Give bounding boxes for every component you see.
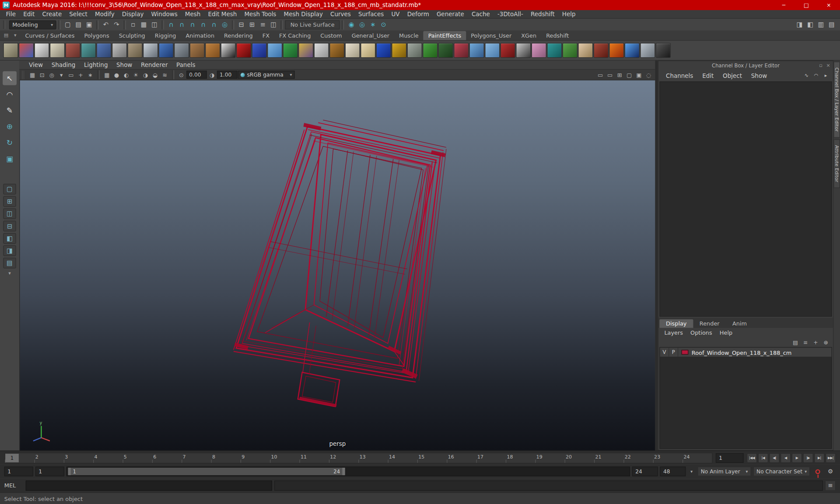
close-button[interactable]: × xyxy=(818,0,840,10)
menu-mesh-tools[interactable]: Mesh Tools xyxy=(241,10,280,18)
shadows-icon[interactable]: ◑ xyxy=(141,70,150,79)
command-language-toggle[interactable]: MEL xyxy=(4,482,24,489)
marker-brush-icon[interactable] xyxy=(34,43,49,58)
timeline-tick[interactable]: 12 xyxy=(329,453,358,462)
resolution-gate-icon[interactable]: ▭ xyxy=(596,70,605,79)
layout-more-chevron-icon[interactable]: ▾ xyxy=(8,270,11,276)
animation-end-field[interactable]: 48 xyxy=(660,467,686,476)
snap-grid-icon[interactable]: ∩ xyxy=(166,20,176,30)
lightning-brush-icon[interactable] xyxy=(625,43,640,58)
script-editor-button[interactable]: ≡ xyxy=(825,480,836,490)
symmetry-icon[interactable]: ◫ xyxy=(268,20,278,30)
timeline-tick[interactable]: 17 xyxy=(476,453,506,462)
shelf-tab-rendering[interactable]: Rendering xyxy=(219,31,258,40)
panel-menu-view[interactable]: View xyxy=(24,61,47,68)
manip-speed-icon[interactable]: ▸ xyxy=(822,71,830,79)
range-slider-track[interactable]: 1 24 xyxy=(66,467,630,476)
shelf-tab-curves-surfaces[interactable]: Curves / Surfaces xyxy=(21,31,80,40)
cream-ball-brush-icon[interactable] xyxy=(360,43,375,58)
gold-swirl-brush-icon[interactable] xyxy=(392,43,406,58)
layout-single-pane-button[interactable]: ▢ xyxy=(3,184,16,194)
step-forward-key-button[interactable]: ▶| xyxy=(814,453,824,462)
timeline-tick[interactable]: 16 xyxy=(447,453,476,462)
undo-icon[interactable]: ↶ xyxy=(101,20,111,30)
layer-tab-display[interactable]: Display xyxy=(659,319,693,328)
timeline-tick[interactable]: 24 xyxy=(682,453,712,462)
layout-three-split-button[interactable]: ◧ xyxy=(3,233,16,244)
oil-pencil-red-brush-icon[interactable] xyxy=(65,43,80,58)
go-to-end-button[interactable]: ▶▶| xyxy=(826,453,836,462)
screen-space-ao-icon[interactable]: ◒ xyxy=(150,70,160,79)
menu-redshift[interactable]: Redshift xyxy=(527,10,558,18)
timeline-tick[interactable]: 18 xyxy=(506,453,535,462)
animation-preferences-button[interactable]: ⚙ xyxy=(825,467,836,476)
make-live-icon[interactable]: ◎ xyxy=(220,20,230,30)
neon-brush-icon[interactable] xyxy=(376,43,391,58)
two-d-pan-zoom-icon[interactable]: + xyxy=(76,70,85,79)
menu-3dtoall[interactable]: -3DtoAll- xyxy=(494,10,527,18)
gamma-icon[interactable]: ◑ xyxy=(207,70,217,79)
view-transform-dropdown[interactable]: sRGB gamma ▾ xyxy=(238,71,295,79)
command-input[interactable] xyxy=(26,480,272,490)
select-object-icon[interactable]: ▦ xyxy=(139,20,149,30)
layer-row[interactable]: V P Roof_Window_Open_118_x_188_cm xyxy=(660,348,832,357)
layer-tab-render[interactable]: Render xyxy=(693,319,726,328)
menu-display[interactable]: Display xyxy=(118,10,147,18)
oil-pencil-teal-brush-icon[interactable] xyxy=(81,43,96,58)
timeline-tick[interactable]: 10 xyxy=(270,453,299,462)
input-connections-icon[interactable]: ⊟ xyxy=(236,20,246,30)
minimize-button[interactable]: ─ xyxy=(773,0,795,10)
menu-edit[interactable]: Edit xyxy=(20,10,38,18)
shelf-tab-painteffects[interactable]: PaintEffects xyxy=(424,31,466,40)
shelf-tab-general-user[interactable]: General_User xyxy=(347,31,394,40)
playback-end-field[interactable]: 24 xyxy=(632,467,658,476)
anim-layer-dropdown[interactable]: No Anim Layer ▾ xyxy=(697,467,751,476)
timeline-tick[interactable]: 23 xyxy=(653,453,682,462)
shell-brush-icon[interactable] xyxy=(345,43,360,58)
layout-hypergraph-persp-button[interactable]: ▤ xyxy=(3,258,16,268)
static-brush-icon[interactable] xyxy=(516,43,531,58)
new-scene-icon[interactable]: ▢ xyxy=(63,20,73,30)
layer-playback-toggle[interactable]: P xyxy=(669,348,678,357)
shelf-menu-icon[interactable]: ▤ xyxy=(2,31,10,39)
chrome-roller-brush-icon[interactable] xyxy=(112,43,127,58)
current-frame-marker[interactable]: 1 xyxy=(5,454,19,462)
lasso-select-tool[interactable]: ◠ xyxy=(3,88,17,102)
frost-brush-icon[interactable] xyxy=(485,43,500,58)
crystal-brush-icon[interactable] xyxy=(469,43,484,58)
toggle-all-layers-icon[interactable]: ▤ xyxy=(791,338,799,346)
rotate-tool[interactable]: ↻ xyxy=(3,136,17,150)
paint-select-tool[interactable]: ✎ xyxy=(3,103,17,117)
timeline-tick[interactable]: 8 xyxy=(211,453,240,462)
panel-toolbar-grip-icon[interactable] xyxy=(21,70,24,79)
metal-ball-brush-icon[interactable] xyxy=(143,43,158,58)
menu-cache[interactable]: Cache xyxy=(468,10,494,18)
teal-cube-brush-icon[interactable] xyxy=(547,43,562,58)
panel-menu-show[interactable]: Show xyxy=(112,61,136,68)
timeline-tick[interactable]: 2 xyxy=(34,453,63,462)
pencil-brush-icon[interactable] xyxy=(3,43,18,58)
play-forwards-button[interactable]: ▶ xyxy=(792,453,802,462)
notepad-brush-icon[interactable] xyxy=(50,43,65,58)
shelf-tab-fx-caching[interactable]: FX Caching xyxy=(274,31,315,40)
feather-brush-icon[interactable] xyxy=(298,43,313,58)
paper-brush-icon[interactable] xyxy=(314,43,329,58)
timeline-tick[interactable]: 20 xyxy=(565,453,594,462)
manip-hyperbolic-icon[interactable]: ◠ xyxy=(812,71,820,79)
dock-icon[interactable]: ▫ xyxy=(818,63,824,68)
fern-brush-icon[interactable] xyxy=(438,43,453,58)
open-scene-icon[interactable]: ▤ xyxy=(74,20,84,30)
construction-history-icon[interactable]: ≡ xyxy=(258,20,268,30)
menu-mesh-display[interactable]: Mesh Display xyxy=(280,10,327,18)
shelf-chevron-down-icon[interactable]: ▾ xyxy=(11,31,19,39)
cb-menu-edit[interactable]: Edit xyxy=(698,72,718,79)
menu-uv[interactable]: UV xyxy=(388,10,403,18)
stucco-brush-icon[interactable] xyxy=(127,43,142,58)
toggle-modeling-toolkit-icon[interactable]: ◨ xyxy=(794,20,805,30)
menu-windows[interactable]: Windows xyxy=(147,10,181,18)
menu-edit-mesh[interactable]: Edit Mesh xyxy=(204,10,241,18)
timeline-tick[interactable]: 15 xyxy=(417,453,447,462)
textured-icon[interactable]: ◐ xyxy=(122,70,131,79)
menu-generate[interactable]: Generate xyxy=(433,10,468,18)
timeline-tick[interactable]: 4 xyxy=(93,453,122,462)
